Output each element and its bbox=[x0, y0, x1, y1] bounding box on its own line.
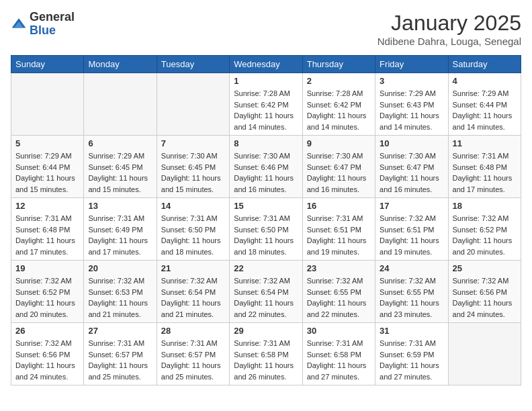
calendar-cell: 1Sunrise: 7:28 AMSunset: 6:42 PMDaylight… bbox=[230, 73, 302, 136]
header-row: Sunday Monday Tuesday Wednesday Thursday… bbox=[11, 56, 521, 73]
day-number: 28 bbox=[161, 326, 225, 336]
calendar-cell: 5Sunrise: 7:29 AMSunset: 6:44 PMDaylight… bbox=[11, 136, 84, 198]
day-number: 26 bbox=[15, 326, 79, 336]
day-number: 25 bbox=[453, 263, 517, 273]
calendar-week-1: 1Sunrise: 7:28 AMSunset: 6:42 PMDaylight… bbox=[11, 73, 521, 136]
day-info: Sunrise: 7:29 AMSunset: 6:43 PMDaylight:… bbox=[380, 88, 443, 132]
calendar-cell: 31Sunrise: 7:31 AMSunset: 6:59 PMDayligh… bbox=[375, 323, 448, 385]
day-number: 16 bbox=[307, 201, 371, 211]
day-number: 20 bbox=[88, 263, 152, 273]
day-info: Sunrise: 7:29 AMSunset: 6:44 PMDaylight:… bbox=[15, 150, 79, 195]
calendar-cell: 24Sunrise: 7:32 AMSunset: 6:55 PMDayligh… bbox=[375, 261, 448, 323]
logo-icon bbox=[11, 16, 27, 32]
col-monday: Monday bbox=[84, 56, 157, 73]
day-number: 14 bbox=[161, 201, 225, 211]
calendar-cell: 16Sunrise: 7:31 AMSunset: 6:51 PMDayligh… bbox=[302, 198, 375, 261]
logo-general: General bbox=[30, 11, 75, 24]
calendar-cell: 21Sunrise: 7:32 AMSunset: 6:54 PMDayligh… bbox=[157, 261, 229, 323]
calendar-cell: 10Sunrise: 7:30 AMSunset: 6:47 PMDayligh… bbox=[375, 136, 448, 198]
calendar-cell: 14Sunrise: 7:31 AMSunset: 6:50 PMDayligh… bbox=[157, 198, 229, 261]
day-info: Sunrise: 7:32 AMSunset: 6:51 PMDaylight:… bbox=[380, 213, 443, 257]
day-number: 10 bbox=[380, 138, 443, 148]
calendar-cell: 4Sunrise: 7:29 AMSunset: 6:44 PMDaylight… bbox=[448, 73, 521, 136]
calendar-cell bbox=[448, 323, 521, 385]
col-friday: Friday bbox=[375, 56, 448, 73]
day-info: Sunrise: 7:31 AMSunset: 6:48 PMDaylight:… bbox=[453, 150, 517, 195]
day-number: 7 bbox=[161, 138, 225, 148]
calendar-cell: 26Sunrise: 7:32 AMSunset: 6:56 PMDayligh… bbox=[11, 323, 84, 385]
calendar-cell: 11Sunrise: 7:31 AMSunset: 6:48 PMDayligh… bbox=[448, 136, 521, 198]
calendar-cell: 19Sunrise: 7:32 AMSunset: 6:52 PMDayligh… bbox=[11, 261, 84, 323]
calendar-cell: 30Sunrise: 7:31 AMSunset: 6:58 PMDayligh… bbox=[302, 323, 375, 385]
day-number: 21 bbox=[161, 263, 225, 273]
day-info: Sunrise: 7:31 AMSunset: 6:57 PMDaylight:… bbox=[161, 338, 225, 382]
day-number: 22 bbox=[234, 263, 298, 273]
day-number: 27 bbox=[88, 326, 152, 336]
day-info: Sunrise: 7:31 AMSunset: 6:58 PMDaylight:… bbox=[307, 338, 371, 382]
day-info: Sunrise: 7:32 AMSunset: 6:52 PMDaylight:… bbox=[15, 275, 79, 320]
day-info: Sunrise: 7:29 AMSunset: 6:44 PMDaylight:… bbox=[453, 88, 517, 132]
day-info: Sunrise: 7:32 AMSunset: 6:52 PMDaylight:… bbox=[453, 213, 517, 257]
col-saturday: Saturday bbox=[448, 56, 521, 73]
day-number: 11 bbox=[453, 138, 517, 148]
day-number: 19 bbox=[15, 263, 79, 273]
day-info: Sunrise: 7:31 AMSunset: 6:50 PMDaylight:… bbox=[161, 213, 225, 257]
calendar-cell: 9Sunrise: 7:30 AMSunset: 6:47 PMDaylight… bbox=[302, 136, 375, 198]
day-number: 13 bbox=[88, 201, 152, 211]
day-number: 4 bbox=[453, 76, 517, 86]
day-number: 24 bbox=[380, 263, 443, 273]
calendar-cell: 8Sunrise: 7:30 AMSunset: 6:46 PMDaylight… bbox=[230, 136, 302, 198]
calendar-cell: 20Sunrise: 7:32 AMSunset: 6:53 PMDayligh… bbox=[84, 261, 157, 323]
day-number: 29 bbox=[234, 326, 298, 336]
day-info: Sunrise: 7:31 AMSunset: 6:51 PMDaylight:… bbox=[307, 213, 371, 257]
calendar-table: Sunday Monday Tuesday Wednesday Thursday… bbox=[11, 55, 521, 385]
day-number: 23 bbox=[307, 263, 371, 273]
day-number: 30 bbox=[307, 326, 371, 336]
day-number: 12 bbox=[15, 201, 79, 211]
day-number: 3 bbox=[380, 76, 443, 86]
day-info: Sunrise: 7:31 AMSunset: 6:48 PMDaylight:… bbox=[15, 213, 79, 257]
col-sunday: Sunday bbox=[11, 56, 84, 73]
day-number: 15 bbox=[234, 201, 298, 211]
day-info: Sunrise: 7:31 AMSunset: 6:57 PMDaylight:… bbox=[88, 338, 152, 382]
day-number: 8 bbox=[234, 138, 298, 148]
day-info: Sunrise: 7:32 AMSunset: 6:53 PMDaylight:… bbox=[88, 275, 152, 320]
day-info: Sunrise: 7:32 AMSunset: 6:55 PMDaylight:… bbox=[380, 275, 443, 320]
calendar-cell: 6Sunrise: 7:29 AMSunset: 6:45 PMDaylight… bbox=[84, 136, 157, 198]
calendar-week-3: 12Sunrise: 7:31 AMSunset: 6:48 PMDayligh… bbox=[11, 198, 521, 261]
calendar-cell: 7Sunrise: 7:30 AMSunset: 6:45 PMDaylight… bbox=[157, 136, 229, 198]
calendar-cell: 27Sunrise: 7:31 AMSunset: 6:57 PMDayligh… bbox=[84, 323, 157, 385]
calendar-cell bbox=[157, 73, 229, 136]
day-number: 5 bbox=[15, 138, 79, 148]
calendar-week-5: 26Sunrise: 7:32 AMSunset: 6:56 PMDayligh… bbox=[11, 323, 521, 385]
day-info: Sunrise: 7:30 AMSunset: 6:47 PMDaylight:… bbox=[307, 150, 371, 195]
day-info: Sunrise: 7:31 AMSunset: 6:50 PMDaylight:… bbox=[234, 213, 298, 257]
day-info: Sunrise: 7:30 AMSunset: 6:46 PMDaylight:… bbox=[234, 150, 298, 195]
calendar-cell: 17Sunrise: 7:32 AMSunset: 6:51 PMDayligh… bbox=[375, 198, 448, 261]
calendar-cell: 23Sunrise: 7:32 AMSunset: 6:55 PMDayligh… bbox=[302, 261, 375, 323]
calendar-cell: 12Sunrise: 7:31 AMSunset: 6:48 PMDayligh… bbox=[11, 198, 84, 261]
day-number: 31 bbox=[380, 326, 443, 336]
calendar-cell: 28Sunrise: 7:31 AMSunset: 6:57 PMDayligh… bbox=[157, 323, 229, 385]
day-number: 18 bbox=[453, 201, 517, 211]
calendar-cell: 22Sunrise: 7:32 AMSunset: 6:54 PMDayligh… bbox=[230, 261, 302, 323]
location: Ndibene Dahra, Louga, Senegal bbox=[378, 36, 521, 47]
month-title: January 2025 bbox=[378, 11, 521, 36]
calendar-cell: 3Sunrise: 7:29 AMSunset: 6:43 PMDaylight… bbox=[375, 73, 448, 136]
day-info: Sunrise: 7:30 AMSunset: 6:47 PMDaylight:… bbox=[380, 150, 443, 195]
calendar-cell: 18Sunrise: 7:32 AMSunset: 6:52 PMDayligh… bbox=[448, 198, 521, 261]
calendar-cell: 15Sunrise: 7:31 AMSunset: 6:50 PMDayligh… bbox=[230, 198, 302, 261]
day-info: Sunrise: 7:31 AMSunset: 6:59 PMDaylight:… bbox=[380, 338, 443, 382]
col-wednesday: Wednesday bbox=[230, 56, 302, 73]
logo-text: General Blue bbox=[30, 11, 75, 38]
day-info: Sunrise: 7:32 AMSunset: 6:56 PMDaylight:… bbox=[453, 275, 517, 320]
calendar-cell: 25Sunrise: 7:32 AMSunset: 6:56 PMDayligh… bbox=[448, 261, 521, 323]
day-info: Sunrise: 7:30 AMSunset: 6:45 PMDaylight:… bbox=[161, 150, 225, 195]
day-number: 9 bbox=[307, 138, 371, 148]
day-number: 17 bbox=[380, 201, 443, 211]
col-tuesday: Tuesday bbox=[157, 56, 229, 73]
day-number: 2 bbox=[307, 76, 371, 86]
calendar-week-2: 5Sunrise: 7:29 AMSunset: 6:44 PMDaylight… bbox=[11, 136, 521, 198]
day-info: Sunrise: 7:31 AMSunset: 6:49 PMDaylight:… bbox=[88, 213, 152, 257]
calendar-week-4: 19Sunrise: 7:32 AMSunset: 6:52 PMDayligh… bbox=[11, 261, 521, 323]
